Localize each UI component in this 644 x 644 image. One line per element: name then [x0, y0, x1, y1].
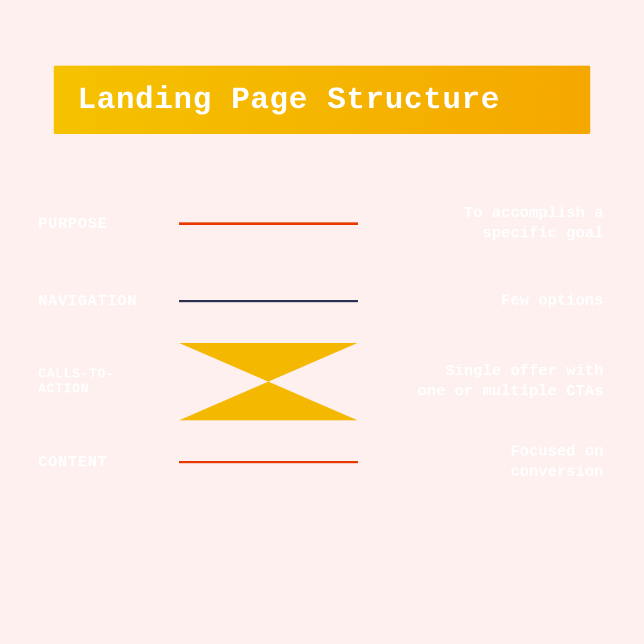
- cta-label: CALLS-TO-ACTION: [38, 367, 165, 397]
- title-banner: Landing Page Structure: [54, 66, 590, 134]
- cta-value: Single offer withone or multiple CTAs: [417, 361, 603, 402]
- purpose-label-box: PURPOSE: [24, 188, 179, 259]
- cta-label-box: CALLS-TO-ACTION: [24, 343, 179, 420]
- purpose-label: PURPOSE: [38, 215, 107, 233]
- page-title: Landing Page Structure: [78, 82, 566, 117]
- content-connector: [179, 426, 358, 498]
- navigation-label-box: NAVIGATION: [24, 265, 179, 337]
- navigation-label: NAVIGATION: [38, 292, 137, 310]
- cta-value-box: Single offer withone or multiple CTAs: [358, 343, 620, 420]
- rows-container: PURPOSE To accomplish aspecific goal NAV…: [24, 188, 620, 498]
- content-value: Focused onconversion: [510, 442, 603, 482]
- content-label-box: CONTENT: [24, 426, 179, 498]
- navigation-value-box: Few options: [358, 265, 620, 337]
- navigation-value: Few options: [501, 291, 603, 311]
- purpose-value-box: To accomplish aspecific goal: [358, 188, 620, 259]
- content-value-box: Focused onconversion: [358, 426, 620, 498]
- purpose-row: PURPOSE To accomplish aspecific goal: [24, 188, 620, 259]
- content-row: CONTENT Focused onconversion: [24, 426, 620, 498]
- purpose-connector: [179, 188, 358, 259]
- cta-row: CALLS-TO-ACTION Single offer withone or …: [24, 343, 620, 420]
- navigation-connector: [179, 265, 358, 337]
- content-label: CONTENT: [38, 453, 107, 471]
- purpose-value: To accomplish aspecific goal: [464, 203, 603, 244]
- cta-connector: [179, 343, 358, 420]
- navigation-row: NAVIGATION Few options: [24, 265, 620, 337]
